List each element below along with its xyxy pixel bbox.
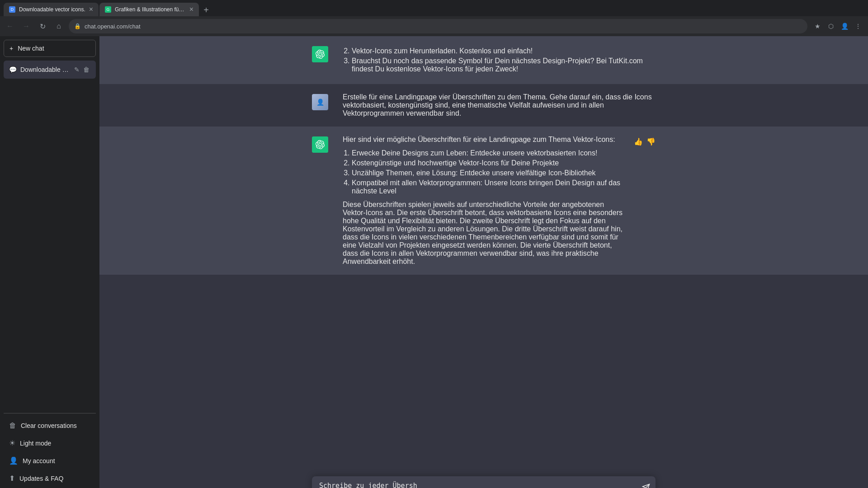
trash-icon: 🗑 [9,422,16,430]
gpt-avatar-2 [312,136,328,153]
updates-label: Updates & FAQ [19,475,63,482]
clear-conversations-label: Clear conversations [21,422,77,429]
edit-chat-btn[interactable]: ✎ [73,65,80,74]
chat-history: 💬 Downloadable vector ic ✎ 🗑 [4,61,96,413]
chat-item-actions: ✎ 🗑 [73,65,90,74]
address-bar: ← → ↻ ⌂ 🔒 chat.openai.com/chat ★ ⬡ 👤 ⋮ [0,16,868,36]
thumbs-down-btn[interactable]: 👎 [646,137,656,146]
sidebar: + New chat 💬 Downloadable vector ic ✎ 🗑 … [0,36,99,488]
delete-chat-btn[interactable]: 🗑 [82,65,90,74]
forward-button[interactable]: → [20,20,33,33]
list-item-0-2: Brauchst Du noch das passende Symbol für… [352,57,656,73]
lock-icon: 🔒 [74,23,81,29]
back-button[interactable]: ← [4,20,16,33]
user-message-text: Erstelle für eine Landingpage vier Übers… [343,93,656,117]
send-icon [642,483,650,488]
gpt-icon-0 [312,46,328,62]
user-avatar-1: 👤 [312,94,328,110]
chat-messages: Vektor-Icons zum Herunterladen. Kostenlo… [99,36,868,469]
message-text-2: Hier sind vier mögliche Überschriften fü… [343,136,627,266]
reload-button[interactable]: ↻ [36,20,49,33]
message-actions-2: 👍 👎 [634,136,656,266]
tab-2[interactable]: G Grafiken & Illustrationen für Vek... × [99,3,199,16]
gpt-icon-2 [312,136,328,153]
chat-input-area: Schreibe zu jeder Übersh [99,469,868,488]
message-text-1: Erstelle für eine Landingpage vier Übers… [343,93,656,117]
menu-btn[interactable]: ⋮ [852,20,864,33]
bookmark-btn[interactable]: ★ [811,20,824,33]
updates-icon: ⬆ [9,474,15,483]
app: + New chat 💬 Downloadable vector ic ✎ 🗑 … [0,36,868,488]
tab-2-favicon: G [105,6,111,13]
user-avatar-icon: 👤 [316,99,324,106]
main-content: Vektor-Icons zum Herunterladen. Kostenlo… [99,36,868,488]
chat-input-wrapper: Schreibe zu jeder Übersh [312,476,656,488]
thumbs-up-btn[interactable]: 👍 [634,137,643,146]
tab-1-favicon: D [9,6,15,13]
chat-item-0[interactable]: 💬 Downloadable vector ic ✎ 🗑 [4,61,96,79]
gpt-avatar-0 [312,46,328,62]
tab-1[interactable]: D Downloadable vector icons. × [4,3,99,16]
message-row-0: Vektor-Icons zum Herunterladen. Kostenlo… [99,36,868,84]
message-wrapper-2: Hier sind vier mögliche Überschriften fü… [312,136,656,266]
chat-input[interactable]: Schreibe zu jeder Übersh [312,476,656,488]
new-tab-button[interactable]: + [200,4,212,16]
list-item-2-2: Unzählige Themen, eine Lösung: Entdecke … [352,169,627,177]
message-wrapper-1: 👤 Erstelle für eine Landingpage vier Übe… [312,93,656,117]
url-text: chat.openai.com/chat [85,23,802,30]
browser-actions: ★ ⬡ 👤 ⋮ [811,20,864,33]
chat-item-text-0: Downloadable vector ic [20,66,70,73]
chat-icon: 💬 [9,66,17,73]
home-button[interactable]: ⌂ [52,20,65,33]
sun-icon: ☀ [9,439,15,447]
browser-chrome: D Downloadable vector icons. × G Grafike… [0,0,868,36]
message-text-0: Vektor-Icons zum Herunterladen. Kostenlo… [343,45,656,75]
list-item-2-1: Kostengünstige und hochwertige Vektor-Ic… [352,159,627,167]
clear-conversations-btn[interactable]: 🗑 Clear conversations [4,417,96,434]
tab-1-title: Downloadable vector icons. [19,6,85,13]
assistant-list: Erwecke Deine Designs zum Leben: Entdeck… [343,149,627,195]
message-wrapper-0: Vektor-Icons zum Herunterladen. Kostenlo… [312,45,656,75]
list-item-2-3: Kompatibel mit allen Vektorprogrammen: U… [352,179,627,195]
new-chat-label: New chat [18,45,44,52]
my-account-label: My account [23,457,55,465]
tab-2-close[interactable]: × [189,6,193,13]
assistant-explanation: Diese Überschriften spielen jeweils auf … [343,201,627,266]
profile-btn[interactable]: 👤 [838,20,851,33]
plus-icon: + [9,45,13,52]
list-item-2-0: Erwecke Deine Designs zum Leben: Entdeck… [352,149,627,157]
tab-1-close[interactable]: × [89,6,93,13]
updates-faq-btn[interactable]: ⬆ Updates & FAQ [4,469,96,487]
new-chat-button[interactable]: + New chat [4,40,96,57]
sidebar-bottom: 🗑 Clear conversations ☀ Light mode 👤 My … [4,413,96,488]
extensions-btn[interactable]: ⬡ [825,20,837,33]
tab-2-title: Grafiken & Illustrationen für Vek... [115,6,186,13]
url-bar[interactable]: 🔒 chat.openai.com/chat [69,19,807,33]
tab-bar: D Downloadable vector icons. × G Grafike… [0,0,868,16]
list-item-0-1: Vektor-Icons zum Herunterladen. Kostenlo… [352,47,656,55]
light-mode-btn[interactable]: ☀ Light mode [4,434,96,452]
user-icon: 👤 [9,456,18,465]
message-row-2: Hier sind vier mögliche Überschriften fü… [99,127,868,275]
light-mode-label: Light mode [20,440,51,447]
assistant-intro: Hier sind vier mögliche Überschriften fü… [343,136,627,144]
my-account-btn[interactable]: 👤 My account [4,452,96,469]
message-row-1: 👤 Erstelle für eine Landingpage vier Übe… [99,84,868,127]
send-button[interactable] [642,483,650,488]
